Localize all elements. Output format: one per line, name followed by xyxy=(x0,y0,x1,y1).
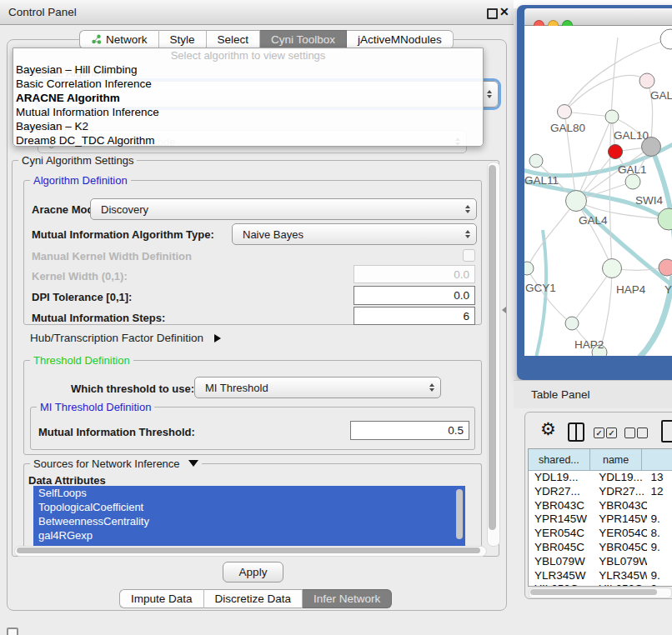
node-gal10[interactable] xyxy=(605,110,619,123)
combo-stepper-icon xyxy=(465,230,470,238)
table-row: YBR043CYBR043C xyxy=(529,499,672,513)
node-swi4[interactable] xyxy=(658,208,672,230)
network-node-labels: GAL GAL80 GAL10 GAL1 GAL11 SWI4 GAL4 GCY… xyxy=(524,89,672,351)
dropdown-item[interactable]: Mutual Information Inference xyxy=(13,105,483,119)
table-row: YBR045CYBR045C9. xyxy=(529,541,672,555)
gear-icon[interactable]: ⚙ xyxy=(540,419,556,439)
node-gcy1[interactable] xyxy=(524,262,534,275)
table-hscrollbar-thumb[interactable] xyxy=(530,589,657,595)
apply-button[interactable]: Apply xyxy=(223,562,283,582)
svg-text:GAL10: GAL10 xyxy=(614,129,649,142)
node-pink[interactable] xyxy=(659,259,672,276)
data-attributes-label: Data Attributes xyxy=(28,474,106,487)
network-nodes xyxy=(524,29,672,356)
table-row: YIL052CYIL052C9 xyxy=(529,582,672,587)
which-threshold-label: Which threshold to use: xyxy=(71,382,194,395)
node[interactable] xyxy=(625,174,640,189)
hub-definition-expander[interactable]: Hub/Transcription Factor Definition xyxy=(30,332,221,344)
tab-network[interactable]: Network xyxy=(79,30,159,49)
settings-hscrollbar-thumb[interactable] xyxy=(17,548,480,553)
aracne-mode-combobox[interactable]: Discovery xyxy=(90,198,477,220)
manual-kernel-checkbox[interactable] xyxy=(463,249,475,262)
bottom-tabs: Impute Data Discretize Data Infer Networ… xyxy=(119,589,392,608)
node-gal[interactable] xyxy=(639,73,654,88)
svg-text:SWI4: SWI4 xyxy=(635,194,663,207)
kernel-width-field[interactable]: 0.0 xyxy=(354,265,475,283)
sources-legend[interactable]: Sources for Network Inference xyxy=(30,458,202,470)
tab-select[interactable]: Select xyxy=(207,30,261,49)
dropdown-item[interactable]: Bayesian – Hill Climbing xyxy=(13,62,483,77)
combo-stepper-icon xyxy=(487,90,492,98)
cyni-settings-legend: Cyni Algorithm Settings xyxy=(18,154,137,167)
node[interactable] xyxy=(660,29,672,49)
svg-text:GAL11: GAL11 xyxy=(524,174,559,187)
dropdown-placeholder: Select algorithm to view settings xyxy=(13,49,483,62)
list-item[interactable]: gal4RGexp xyxy=(33,528,465,542)
network-window-titlebar[interactable] xyxy=(524,8,672,26)
mi-threshold-label: Mutual Information Threshold: xyxy=(38,426,195,438)
list-item[interactable]: BetweennessCentrality xyxy=(33,514,465,528)
select-all-check-icon[interactable]: ✓ xyxy=(606,428,617,438)
deselect-all-icon[interactable] xyxy=(637,428,648,438)
mi-type-label: Mutual Information Algorithm Type: xyxy=(32,228,214,241)
dock-panel-icon[interactable] xyxy=(7,628,18,635)
splitter-collapse-icon[interactable] xyxy=(502,307,506,313)
svg-text:GAL80: GAL80 xyxy=(550,122,585,134)
node-hap4[interactable] xyxy=(603,259,622,278)
node-hap2[interactable] xyxy=(565,317,579,330)
tab-infer-network[interactable]: Infer Network xyxy=(303,589,392,608)
node-gal11[interactable] xyxy=(529,154,543,168)
select-all-check-icon[interactable]: ✓ xyxy=(594,428,604,438)
kernel-width-label: Kernel Width (0,1): xyxy=(32,270,128,282)
tab-discretize-data[interactable]: Discretize Data xyxy=(204,589,303,608)
table-row: YDL19...YDL19...13 xyxy=(529,471,672,485)
table-panel-title: Table Panel xyxy=(531,388,590,401)
svg-text:HAP2: HAP2 xyxy=(574,338,604,351)
mi-steps-field[interactable]: 6 xyxy=(354,307,475,325)
dpi-tolerance-label: DPI Tolerance [0,1]: xyxy=(32,291,132,303)
node-gal80[interactable] xyxy=(558,105,572,119)
dropdown-item[interactable]: Basic Correlation Inference xyxy=(13,77,483,91)
svg-text:GCY1: GCY1 xyxy=(525,282,556,294)
mi-threshold-field[interactable]: 0.5 xyxy=(350,421,469,440)
dpi-tolerance-field[interactable]: 0.0 xyxy=(354,286,475,305)
node-gal4[interactable] xyxy=(566,191,587,212)
list-scrollbar-thumb[interactable] xyxy=(456,489,463,539)
columns-icon[interactable] xyxy=(568,422,584,442)
dropdown-item[interactable]: Bayesian – K2 xyxy=(13,119,483,133)
tab-impute-data[interactable]: Impute Data xyxy=(119,589,204,608)
control-panel-titlebar: Control Panel ✕ xyxy=(0,0,514,25)
deselect-all-icon[interactable] xyxy=(624,428,635,438)
tab-jactivemnodules[interactable]: jActiveMNodules xyxy=(347,30,454,49)
node-table: shared... name YDL19...YDL19...13 YDR27.… xyxy=(528,448,672,587)
new-table-icon[interactable] xyxy=(661,420,672,442)
network-icon xyxy=(91,34,102,45)
control-panel-tabs: Network Style Select Cyni Toolbox jActiv… xyxy=(79,30,454,49)
network-canvas: GAL GAL80 GAL10 GAL1 GAL11 SWI4 GAL4 GCY… xyxy=(524,26,672,356)
dropdown-item[interactable]: Dream8 DC_TDC Algorithm xyxy=(13,133,483,148)
table-row: YDR27...YDR27...12 xyxy=(529,485,672,499)
table-row: YER054CYER054C8. xyxy=(529,527,672,541)
list-item[interactable]: TopologicalCoefficient xyxy=(33,500,465,514)
combo-stepper-icon xyxy=(465,205,470,213)
manual-kernel-label: Manual Kernel Width Definition xyxy=(32,250,192,262)
svg-text:GAL: GAL xyxy=(650,89,672,102)
dropdown-item-aracne[interactable]: ARACNE Algorithm xyxy=(13,91,483,105)
tab-style[interactable]: Style xyxy=(159,30,207,49)
which-threshold-combobox[interactable]: MI Threshold xyxy=(194,377,441,398)
column-header-name[interactable]: name xyxy=(590,449,643,471)
list-item[interactable]: SelfLoops xyxy=(33,486,465,500)
mi-type-combobox[interactable]: Naive Bayes xyxy=(232,223,477,245)
svg-text:Y: Y xyxy=(664,283,672,296)
settings-vscrollbar-thumb[interactable] xyxy=(489,165,496,530)
column-header[interactable] xyxy=(642,449,672,471)
data-attributes-list: SelfLoops TopologicalCoefficient Between… xyxy=(33,486,465,546)
node-gal1-selected[interactable] xyxy=(609,145,623,159)
expand-right-icon xyxy=(214,334,221,342)
tab-cyni-toolbox[interactable]: Cyni Toolbox xyxy=(260,30,347,49)
algorithm-definition-legend: Algorithm Definition xyxy=(30,174,131,187)
network-view[interactable]: GAL GAL80 GAL10 GAL1 GAL11 SWI4 GAL4 GCY… xyxy=(524,26,672,356)
column-header-shared-name[interactable]: shared... xyxy=(529,449,590,471)
close-icon[interactable]: ✕ xyxy=(499,5,509,18)
float-window-icon[interactable] xyxy=(487,8,498,19)
